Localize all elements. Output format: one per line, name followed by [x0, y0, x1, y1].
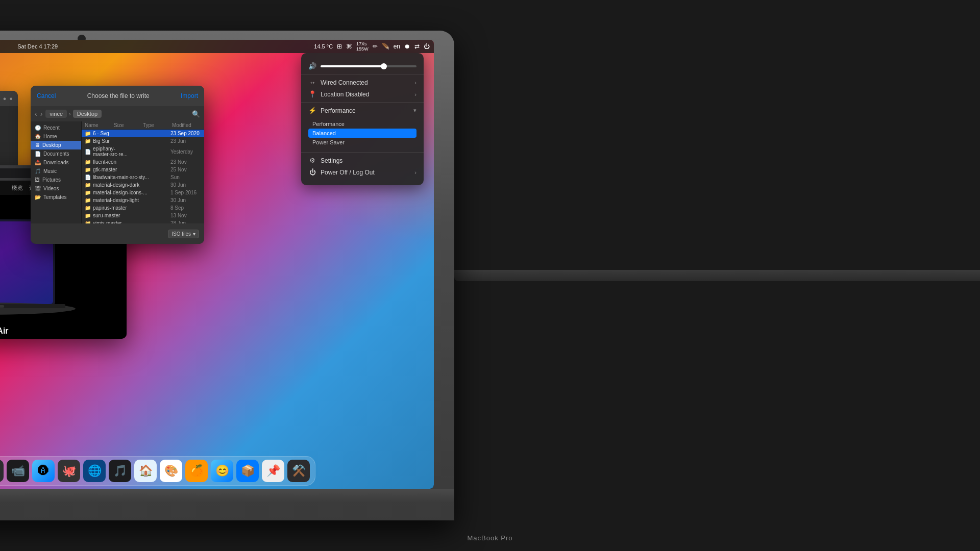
temperature: 14.5 °C: [314, 43, 333, 49]
dock-icon-orange[interactable]: 🍊: [185, 460, 208, 482]
fp-file-row-svg[interactable]: 📁 6 - Svg 23 Sep 2020: [82, 130, 204, 137]
file-picker-import[interactable]: Import: [181, 92, 198, 99]
performance-option-perf[interactable]: Performance: [308, 119, 416, 129]
fp-breadcrumb-vince[interactable]: vince: [45, 110, 67, 118]
location-arrow-icon: ›: [414, 91, 416, 97]
fp-file-row-md-light[interactable]: 📁material-design-light 30 Jun: [82, 196, 204, 204]
fp-file-row-libadwaita[interactable]: 📄libadwaita-main-src-sty... Sun: [82, 173, 204, 181]
fp-file-row-gtk[interactable]: 📁gtk-master 25 Nov: [82, 166, 204, 173]
dot2: ●: [3, 95, 7, 102]
menubar: 🍎 Web Sat Dec 4 17:29 14.5 °C ⊞ ⌘ 17Xs15…: [0, 40, 434, 53]
fp-file-row-vimix[interactable]: 📁vimix-master 28 Jun: [82, 219, 204, 223]
fp-sidebar-recent[interactable]: 🕐 Recent: [31, 123, 81, 132]
fp-search-icon[interactable]: 🔍: [192, 110, 200, 118]
fp-forward[interactable]: ›: [40, 110, 43, 118]
dock-icon-finder2[interactable]: 😊: [211, 460, 233, 482]
cmd-icon[interactable]: ⌘: [346, 43, 352, 50]
file-picker-cancel[interactable]: Cancel: [37, 92, 56, 99]
popup-location-row[interactable]: 📍 Location Disabled ›: [301, 88, 424, 100]
fp-sidebar-music[interactable]: 🎵 Music: [31, 167, 81, 176]
fp-sidebar-downloads[interactable]: 📥 Downloads: [31, 158, 81, 167]
desktop: 🍎 Web Sat Dec 4 17:29 14.5 °C ⊞ ⌘ 17Xs15…: [0, 40, 434, 489]
fp-home-icon: 🏠: [35, 134, 41, 139]
macbook-screen: 🍎 Web Sat Dec 4 17:29 14.5 °C ⊞ ⌘ 17Xs15…: [0, 40, 434, 489]
fp-pictures-icon: 🖼: [35, 177, 40, 183]
popup-network-section: ↔ Wired Connected › 📍 Location Disabled …: [301, 74, 424, 103]
svg-rect-27: [0, 305, 4, 308]
fp-breadcrumb: vince › Desktop: [45, 110, 189, 118]
settings-icon: ⚙: [308, 157, 316, 164]
fp-file-row-suru[interactable]: 📁suru-master 13 Nov: [82, 212, 204, 219]
wifi-icon[interactable]: ⊞: [337, 43, 342, 50]
dock-icon-music[interactable]: 🎵: [109, 460, 131, 482]
arrows-icon[interactable]: ⇄: [414, 43, 420, 50]
dock-icon-homerow[interactable]: 🏠: [134, 460, 157, 482]
fp-breadcrumb-desktop[interactable]: Desktop: [73, 110, 102, 118]
popup-network-row[interactable]: ↔ Wired Connected ›: [301, 77, 424, 88]
power-icon[interactable]: ⏻: [424, 43, 430, 50]
page-title: MacBook Air: [0, 327, 9, 336]
file-picker-toolbar: ‹ › vince › Desktop 🔍: [31, 106, 204, 121]
dock-icon-github[interactable]: 🐙: [58, 460, 80, 482]
volume-thumb[interactable]: [381, 63, 387, 69]
popup-performance-section: ⚡ Performance ▾ Performance Balanced Pow…: [301, 103, 424, 153]
performance-option-saver[interactable]: Power Saver: [308, 138, 416, 147]
iso-label: ISO files: [172, 231, 191, 237]
pencil-icon[interactable]: ✏: [373, 43, 378, 50]
dock-icon-facetime[interactable]: 📹: [7, 460, 29, 482]
fp-file-row-md-icons[interactable]: 📁material-design-icons-... 1 Sep 2016: [82, 189, 204, 196]
fp-sidebar-pictures[interactable]: 🖼 Pictures: [31, 176, 81, 184]
dock-icon-figma[interactable]: 🎨: [160, 460, 182, 482]
dot3: ●: [9, 95, 13, 102]
fp-file-list: Name Size Type Modified 📁 6 - Svg: [82, 121, 204, 223]
dock-icon-appstore[interactable]: 🅐: [32, 460, 55, 482]
fp-file-row-bigsur[interactable]: 📁Big Sur 23 Jun: [82, 137, 204, 145]
power-arrow-icon: ›: [414, 169, 416, 176]
dock-icon-pin[interactable]: 📌: [262, 460, 284, 482]
fp-downloads-icon: 📥: [35, 160, 41, 165]
popup-power-row[interactable]: ⏻ Power Off / Log Out ›: [301, 166, 424, 178]
fp-sidebar-videos[interactable]: 🎬 Videos: [31, 184, 81, 193]
volume-slider[interactable]: [321, 65, 416, 67]
network-label: Wired Connected: [321, 79, 410, 86]
folder-icon: 📁: [85, 213, 91, 218]
feather-icon[interactable]: 🪶: [382, 43, 389, 50]
fp-file-row-md-dark[interactable]: 📁material-design-dark 30 Jun: [82, 181, 204, 189]
settings-label: Settings: [321, 157, 416, 164]
volume-fill: [321, 65, 383, 67]
fp-breadcrumb-sep: ›: [69, 111, 71, 117]
fp-sidebar-templates[interactable]: 📂 Templates: [31, 193, 81, 202]
file-icon: 📄: [85, 149, 91, 155]
dock-icon-codeshot[interactable]: 📸: [0, 460, 4, 482]
folder-icon: 📁: [85, 131, 91, 136]
nav-link-overview[interactable]: 概览: [12, 184, 23, 192]
dock-icon-bluebox[interactable]: 📦: [236, 460, 259, 482]
fp-file-type-dropdown[interactable]: ISO files ▾: [168, 230, 199, 238]
performance-options: Performance Balanced Power Saver: [301, 116, 424, 150]
fp-sidebar-home[interactable]: 🏠 Home: [31, 132, 81, 141]
fp-documents-icon: 📄: [35, 151, 41, 157]
dock-icon-browser[interactable]: 🌐: [83, 460, 106, 482]
fp-back[interactable]: ‹: [35, 110, 37, 118]
fp-file-row-papirus[interactable]: 📁papirus-master 8 Sep: [82, 204, 204, 212]
popup-settings-row[interactable]: ⚙ Settings: [301, 155, 424, 166]
performance-icon: ⚡: [308, 107, 316, 114]
performance-arrow-icon: ▾: [413, 107, 416, 114]
language-icon[interactable]: en: [394, 43, 400, 50]
file-picker-title: Choose the file to write: [87, 92, 150, 99]
record-icon[interactable]: ⏺: [404, 43, 410, 50]
dock-icon-xcode[interactable]: ⚒️: [287, 460, 310, 482]
fp-sidebar-documents[interactable]: 📄 Documents: [31, 149, 81, 158]
fp-file-row-fluent[interactable]: 📁fluent-icon 23 Nov: [82, 158, 204, 166]
stats-icon[interactable]: 17Xs155W: [356, 41, 369, 52]
dropdown-arrow-icon: ▾: [193, 231, 195, 237]
volume-icon: 🔊: [308, 62, 316, 70]
fp-videos-icon: 🎬: [35, 186, 41, 191]
menubar-datetime: Sat Dec 4 17:29: [17, 43, 58, 49]
power-label: Power Off / Log Out: [321, 169, 410, 176]
file-picker-dialog: Cancel Choose the file to write Import ‹…: [31, 86, 204, 244]
fp-sidebar-desktop[interactable]: 🖥 Desktop: [31, 141, 81, 149]
performance-option-balanced[interactable]: Balanced: [308, 129, 416, 138]
macbook-shell: 🍎 Web Sat Dec 4 17:29 14.5 °C ⊞ ⌘ 17Xs15…: [0, 31, 454, 520]
fp-file-row-epiphany[interactable]: 📄epiphany-master-src-re... Yesterday: [82, 145, 204, 158]
